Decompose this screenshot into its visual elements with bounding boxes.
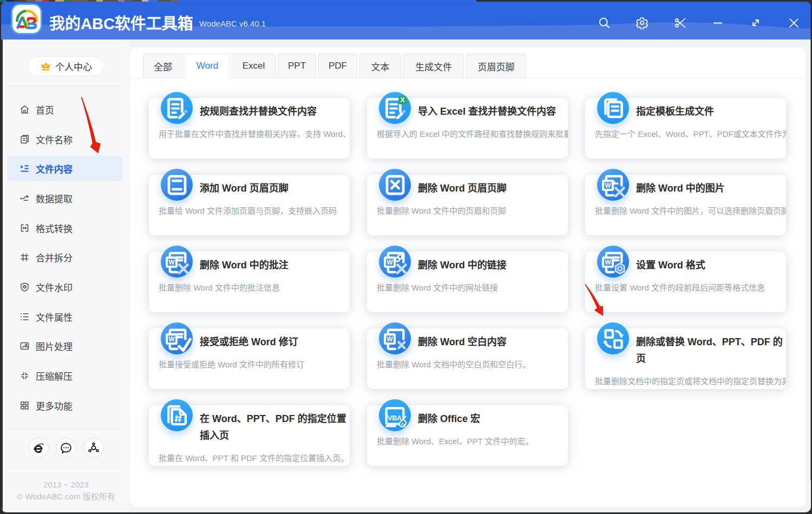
svg-text:W: W [168,259,175,266]
svg-text:VBA: VBA [388,414,402,422]
svg-text:W: W [387,259,393,266]
svg-text:W: W [168,335,175,343]
svg-text:W: W [387,335,393,343]
svg-text:W: W [605,182,611,189]
svg-text:W: W [605,259,611,266]
svg-text:X: X [400,96,405,104]
